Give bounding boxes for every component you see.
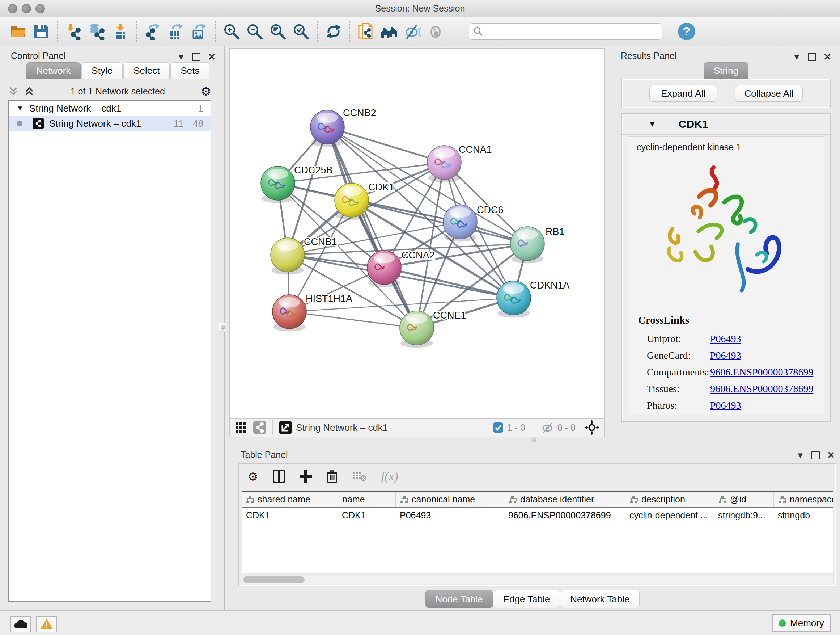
memory-button[interactable]: Memory (772, 614, 831, 632)
table-cell[interactable]: 9606.ENSP00000378699 (504, 508, 625, 523)
table-cell[interactable]: P06493 (395, 508, 504, 523)
cloud-status-button[interactable] (10, 616, 31, 632)
network-node-CCNA2[interactable] (367, 250, 401, 287)
export-network-button[interactable] (141, 20, 164, 43)
network-node-CDK1[interactable] (335, 183, 369, 220)
network-node-CDC25B[interactable] (261, 166, 295, 203)
collapse-panel-icon[interactable]: ▼ (796, 451, 804, 460)
delete-table-icon[interactable] (352, 471, 367, 482)
close-panel-icon[interactable]: ✕ (208, 51, 216, 63)
table-row[interactable]: CDK1CDK1P064939606.ENSP00000378699cyclin… (242, 508, 833, 523)
collapse-all-chevrons-icon[interactable] (24, 86, 35, 97)
table-settings-gear-icon[interactable]: ⚙ (248, 470, 258, 483)
network-node-CDKN1A[interactable] (497, 281, 531, 318)
expand-all-button[interactable]: Expand All (649, 85, 717, 102)
tree-expander-icon[interactable]: ▼ (17, 104, 24, 112)
share-document-button[interactable] (355, 20, 378, 43)
tab-network[interactable]: Network (26, 62, 81, 79)
table-cell[interactable]: cyclin-dependent ... (625, 508, 714, 523)
float-panel-icon[interactable] (812, 451, 820, 459)
network-node-CCNE1[interactable] (400, 311, 434, 348)
tab-edge-table[interactable]: Edge Table (493, 590, 561, 608)
table-cell[interactable]: stringdb:9... (714, 508, 774, 523)
search-input[interactable] (469, 23, 662, 40)
network-edge[interactable] (327, 127, 444, 163)
zoom-in-button[interactable] (220, 20, 243, 43)
table-cell[interactable]: CDK1 (242, 508, 338, 523)
show-columns-icon[interactable] (273, 470, 285, 483)
network-node-CCNA1[interactable] (427, 146, 461, 182)
column-header-canonical-name[interactable]: canonical name (395, 492, 504, 507)
tab-sets[interactable]: Sets (171, 62, 210, 79)
horizontal-splitter-handle[interactable] (531, 437, 536, 442)
close-panel-icon[interactable]: ✕ (823, 51, 831, 63)
table-horizontal-scrollbar[interactable] (242, 576, 833, 584)
table-cell[interactable]: CDK1 (338, 508, 395, 523)
string-home-button[interactable] (378, 20, 401, 43)
close-panel-icon[interactable]: ✕ (827, 450, 835, 461)
network-node-CDC6[interactable] (443, 205, 477, 242)
crosslink-link[interactable]: P06493 (710, 400, 741, 411)
hide-glasses-button[interactable] (401, 20, 424, 43)
equation-fx-icon[interactable]: f(x) (381, 470, 398, 483)
create-column-icon[interactable] (300, 470, 312, 483)
collapse-panel-icon[interactable]: ▼ (177, 52, 185, 62)
column-header-description[interactable]: description (625, 492, 714, 507)
export-image-button[interactable] (187, 20, 210, 43)
collapse-all-button[interactable]: Collapse All (735, 85, 803, 102)
tab-select[interactable]: Select (123, 62, 170, 79)
network-node-RB1[interactable] (510, 226, 545, 264)
gene-expander-icon[interactable]: ▼ (648, 119, 656, 129)
network-canvas[interactable]: CCNB2CCNA1CDC25BCDK1CDC6RB1CCNB1CCNA2CDK… (229, 48, 605, 418)
column-header-database-identifier[interactable]: database identifier (504, 492, 625, 507)
gene-section-header[interactable]: ▼ CDK1 (622, 114, 830, 135)
network-node-HIST1H1A[interactable] (272, 295, 306, 332)
crosslink-link[interactable]: 9606.ENSP00000378699 (710, 383, 813, 394)
column-header-shared-name[interactable]: shared name (242, 492, 338, 507)
expand-all-chevrons-icon[interactable] (8, 86, 19, 97)
collapse-panel-icon[interactable]: ▼ (793, 52, 801, 62)
zoom-fit-button[interactable] (266, 20, 289, 43)
network-row-selected[interactable]: String Network – cdk1 11 48 (9, 116, 210, 131)
export-table-button[interactable] (164, 20, 187, 43)
column-header-@id[interactable]: @id (714, 492, 774, 507)
scrollbar-thumb[interactable] (243, 576, 305, 583)
network-edge[interactable] (289, 312, 417, 328)
tab-network-table[interactable]: Network Table (560, 590, 639, 608)
column-header-namespace[interactable]: namespace (774, 492, 833, 507)
fit-crosshair-icon[interactable] (584, 420, 600, 435)
zoom-out-button[interactable] (243, 20, 266, 43)
column-header-name[interactable]: name (338, 492, 395, 507)
birdseye-view-icon[interactable] (253, 421, 267, 434)
show-eye-button[interactable] (424, 20, 447, 43)
float-panel-icon[interactable] (192, 53, 201, 61)
crosslink-link[interactable]: 9606.ENSP00000378699 (710, 366, 813, 378)
tab-node-table[interactable]: Node Table (425, 590, 493, 608)
table-cell[interactable]: stringdb (774, 508, 833, 523)
import-network-button[interactable] (62, 20, 85, 43)
import-table-button[interactable] (109, 20, 132, 43)
crosslink-link[interactable]: P06493 (710, 333, 741, 345)
save-session-button[interactable] (30, 20, 53, 43)
tab-string[interactable]: String (704, 62, 748, 79)
network-node-CCNB2[interactable] (310, 110, 344, 147)
float-panel-icon[interactable] (808, 53, 816, 61)
crosslink-link[interactable]: P06493 (710, 350, 741, 361)
network-edge[interactable] (384, 268, 514, 298)
warnings-button[interactable] (36, 616, 57, 632)
network-options-gear-icon[interactable]: ⚙ (201, 86, 211, 97)
network-node-CCNB1[interactable] (271, 238, 305, 275)
grid-view-icon[interactable] (235, 421, 247, 434)
open-session-button[interactable] (6, 20, 30, 43)
selected-checkbox-icon[interactable] (493, 422, 504, 433)
string-network-graph[interactable]: CCNB2CCNA1CDC25BCDK1CDC6RB1CCNB1CCNA2CDK… (230, 49, 605, 418)
open-in-new-window-icon[interactable] (279, 421, 292, 434)
delete-column-icon[interactable] (326, 470, 338, 483)
help-button[interactable]: ? (677, 22, 696, 41)
import-network-from-database-button[interactable] (85, 20, 109, 43)
network-collection-row[interactable]: ▼ String Network – cdk1 1 (9, 101, 210, 116)
tab-style[interactable]: Style (81, 62, 123, 79)
refresh-button[interactable] (322, 20, 345, 43)
zoom-selected-button[interactable] (289, 20, 313, 43)
hidden-eye-icon[interactable] (541, 421, 554, 434)
